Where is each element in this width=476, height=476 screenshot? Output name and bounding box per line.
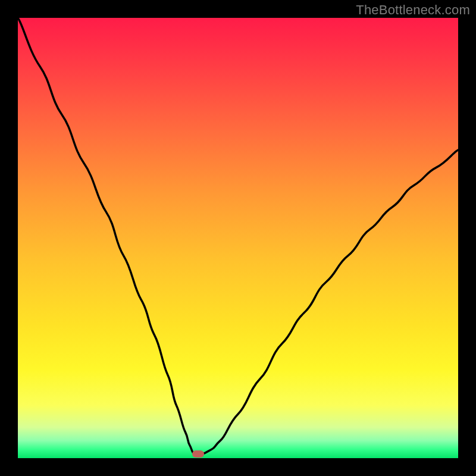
plot-area: [18, 18, 458, 458]
chart-frame: TheBottleneck.com: [0, 0, 476, 476]
curve-path: [18, 18, 458, 455]
optimum-marker: [192, 450, 204, 458]
bottleneck-curve: [18, 18, 458, 458]
watermark-text: TheBottleneck.com: [356, 2, 470, 18]
